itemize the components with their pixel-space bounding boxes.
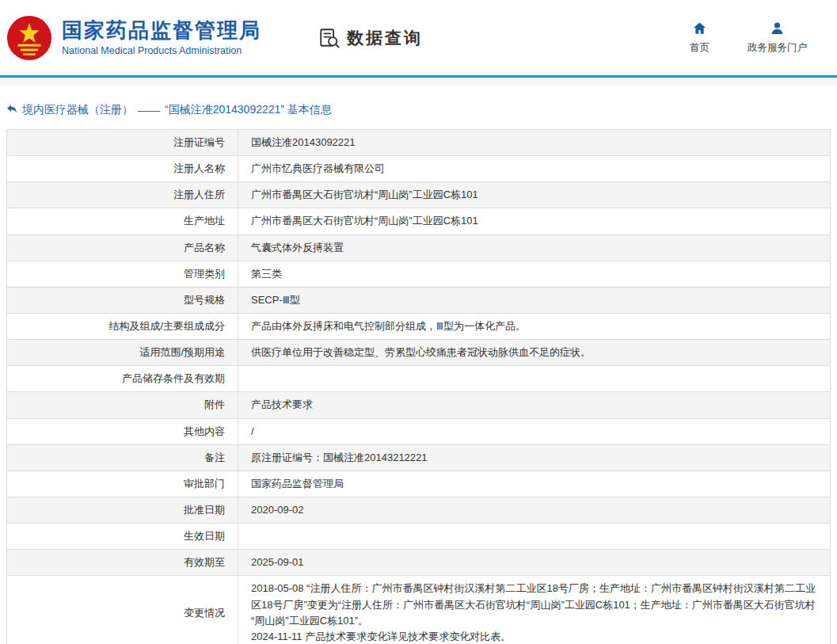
- row-value: 气囊式体外反搏装置: [238, 234, 831, 261]
- return-arrow-icon: [6, 104, 17, 117]
- row-value: 国家药品监督管理局: [238, 471, 831, 497]
- header-nav: 首页 政务服务门户: [690, 21, 829, 55]
- row-value: 产品由体外反搏床和电气控制部分组成，Ⅲ型为一体化产品。: [238, 313, 831, 339]
- row-value: SECP-Ⅲ型: [238, 287, 831, 313]
- row-label: 生效日期: [7, 524, 238, 550]
- registration-info-table: 注册证编号 国械注准20143092221 注册人名称 广州市忆典医疗器械有限公…: [6, 129, 831, 644]
- row-value: 2020-09-02: [238, 497, 831, 523]
- row-value: 供医疗单位用于改善稳定型、劳累型心绞痛患者冠状动脉供血不足的症状。: [238, 340, 831, 366]
- data-query-label: 数据查询: [347, 27, 423, 49]
- row-value: 2018-05-08 “注册人住所：广州市番禺区钟村街汉溪村第二工业区18号厂房…: [238, 576, 831, 644]
- row-label: 生产地址: [7, 208, 238, 234]
- row-value: 国械注准20143092221: [238, 130, 831, 156]
- row-value: /: [238, 418, 831, 444]
- info-table-body: 注册证编号 国械注准20143092221 注册人名称 广州市忆典医疗器械有限公…: [7, 130, 831, 644]
- table-row: 其他内容 /: [7, 418, 831, 444]
- row-label: 变更情况: [7, 576, 238, 644]
- nmpa-emblem-logo: [6, 15, 52, 61]
- org-title-block: 国家药品监督管理局 National Medical Products Admi…: [62, 19, 261, 57]
- table-row: 注册证编号 国械注准20143092221: [7, 130, 831, 156]
- row-label: 审批部门: [7, 471, 238, 497]
- data-query-section[interactable]: 数据查询: [318, 27, 423, 49]
- nav-portal-label: 政务服务门户: [748, 41, 807, 55]
- table-row: 管理类别 第三类: [7, 261, 831, 287]
- row-value: 广州市忆典医疗器械有限公司: [238, 156, 831, 182]
- row-label: 有效期至: [7, 550, 238, 576]
- row-value: [238, 524, 831, 550]
- page: 国家药品监督管理局 National Medical Products Admi…: [0, 0, 837, 644]
- row-label: 批准日期: [7, 497, 238, 523]
- row-value: 2025-09-01: [238, 550, 831, 576]
- breadcrumb-current: “国械注准20143092221” 基本信息: [165, 103, 332, 117]
- row-label: 注册人名称: [7, 156, 238, 182]
- table-row: 审批部门 国家药品监督管理局: [7, 471, 831, 497]
- main-content: 境内医疗器械（注册） —— “国械注准20143092221” 基本信息 注册证…: [0, 103, 837, 644]
- row-value: 产品技术要求: [238, 392, 831, 418]
- org-name-en: National Medical Products Administration: [62, 45, 261, 56]
- org-name-cn: 国家药品监督管理局: [62, 19, 261, 42]
- table-row: 型号规格 SECP-Ⅲ型: [7, 287, 831, 313]
- table-row: 有效期至 2025-09-01: [7, 550, 831, 576]
- table-row: 生效日期: [7, 524, 831, 550]
- row-label: 型号规格: [7, 287, 238, 313]
- row-label: 产品名称: [7, 234, 238, 261]
- row-label: 附件: [7, 392, 238, 418]
- row-label: 注册证编号: [7, 130, 238, 156]
- table-row: 产品储存条件及有效期: [7, 366, 831, 392]
- row-value: 第三类: [238, 261, 831, 287]
- table-row: 注册人名称 广州市忆典医疗器械有限公司: [7, 156, 831, 182]
- table-row: 产品名称 气囊式体外反搏装置: [7, 234, 831, 261]
- table-row: 批准日期 2020-09-02: [7, 497, 831, 523]
- nav-home[interactable]: 首页: [690, 21, 710, 55]
- row-label: 产品储存条件及有效期: [7, 366, 238, 392]
- row-label: 结构及组成/主要组成成分: [7, 313, 238, 339]
- row-value: 广州市番禺区大石街官坑村“周山岗”工业园C栋101: [238, 208, 831, 234]
- header-gap-strip: [0, 78, 837, 86]
- nav-home-label: 首页: [690, 41, 710, 55]
- row-label: 备注: [7, 444, 238, 471]
- breadcrumb-section[interactable]: 境内医疗器械（注册）: [22, 103, 133, 117]
- table-row: 结构及组成/主要组成成分 产品由体外反搏床和电气控制部分组成，Ⅲ型为一体化产品。: [7, 313, 831, 339]
- row-value: [238, 366, 831, 392]
- row-value: 原注册证编号：国械注准20143212221: [238, 444, 831, 471]
- person-icon: [770, 21, 785, 36]
- row-label: 其他内容: [7, 418, 238, 444]
- row-value: 广州市番禺区大石街官坑村“周山岗”工业园C栋101: [238, 182, 831, 208]
- breadcrumb-separator: ——: [138, 104, 160, 116]
- table-row: 备注 原注册证编号：国械注准20143212221: [7, 444, 831, 471]
- row-label: 适用范围/预期用途: [7, 340, 238, 366]
- nav-portal[interactable]: 政务服务门户: [748, 21, 807, 55]
- table-row: 变更情况 2018-05-08 “注册人住所：广州市番禺区钟村街汉溪村第二工业区…: [7, 576, 831, 644]
- table-row: 附件 产品技术要求: [7, 392, 831, 418]
- table-row: 生产地址 广州市番禺区大石街官坑村“周山岗”工业园C栋101: [7, 208, 831, 234]
- table-row: 适用范围/预期用途 供医疗单位用于改善稳定型、劳累型心绞痛患者冠状动脉供血不足的…: [7, 340, 831, 366]
- table-row: 注册人住所 广州市番禺区大石街官坑村“周山岗”工业园C栋101: [7, 182, 831, 208]
- data-query-icon: [318, 27, 341, 49]
- breadcrumb: 境内医疗器械（注册） —— “国械注准20143092221” 基本信息: [6, 103, 831, 117]
- row-label: 注册人住所: [7, 182, 238, 208]
- home-icon: [692, 21, 707, 36]
- site-header: 国家药品监督管理局 National Medical Products Admi…: [0, 0, 837, 75]
- row-label: 管理类别: [7, 261, 238, 287]
